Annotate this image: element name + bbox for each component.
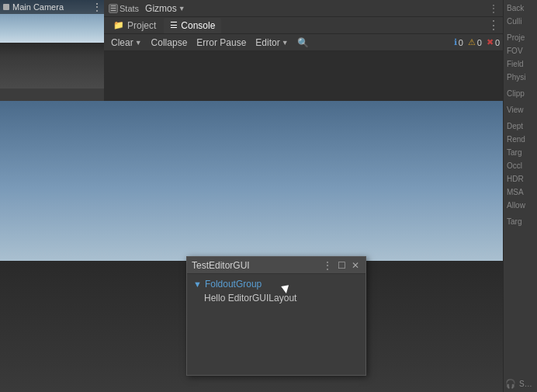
clear-label: Clear xyxy=(111,37,133,48)
gizmos-dropdown[interactable]: Gizmos ▼ xyxy=(145,3,185,14)
stats-bar-more[interactable]: ⋮ xyxy=(489,3,498,14)
stats-toggle-icon: ☰ xyxy=(109,4,118,13)
stats-label: Stats xyxy=(120,4,139,13)
camera-dot-icon xyxy=(3,4,9,10)
right-panel-item-hdr: HDR xyxy=(505,174,535,184)
camera-title: Main Camera xyxy=(12,2,64,12)
right-panel-item-proj: Proje xyxy=(505,33,535,43)
floating-more-button[interactable]: ⋮ xyxy=(322,260,333,271)
right-panel-item-cull: Culli xyxy=(505,16,535,26)
collapse-label: Collapse xyxy=(151,37,188,48)
floating-titlebar: TestEditorGUI ⋮ ☐ ✕ xyxy=(187,257,366,274)
error-count[interactable]: ✖ 0 xyxy=(487,37,500,47)
error-icon: ✖ xyxy=(487,37,494,47)
console-toolbar: Clear ▼ Collapse Error Pause Editor ▼ 🔍 xyxy=(104,34,503,51)
clear-arrow-icon: ▼ xyxy=(135,39,142,47)
right-panel-item-back: Back xyxy=(505,3,535,13)
console-count-area: ℹ 0 ⚠ 0 ✖ 0 xyxy=(454,37,500,47)
warn-count-value: 0 xyxy=(477,38,482,47)
camera-ground xyxy=(0,43,104,88)
right-panel-item-clipp: Clipp xyxy=(505,88,535,99)
right-panel-item-targ: Targ xyxy=(505,147,535,158)
right-panel-item-dept: Dept xyxy=(505,121,535,131)
right-panel-item-rend: Rend xyxy=(505,134,535,144)
info-icon: ℹ xyxy=(454,37,457,47)
right-panel-item-occl: Occl xyxy=(505,161,535,171)
foldout-content: Hello EditorGUILayout xyxy=(193,293,359,304)
stats-toggle[interactable]: ☰ Stats xyxy=(109,4,139,13)
right-panel-item-script: Scrip xyxy=(518,379,535,389)
top-area: Main Camera ⋮ ☰ Stats Gizmos ▼ ⋮ xyxy=(0,0,503,101)
foldout-text: Hello EditorGUILayout xyxy=(204,293,296,304)
floating-window: TestEditorGUI ⋮ ☐ ✕ ▼ FoldoutGroup Hello… xyxy=(186,256,366,376)
foldout-label: FoldoutGroup xyxy=(205,279,262,290)
tab-console-label: Console xyxy=(181,20,215,31)
floating-close-button[interactable]: ✕ xyxy=(350,260,361,271)
editor-arrow-icon: ▼ xyxy=(282,39,289,47)
camera-more-button[interactable]: ⋮ xyxy=(92,2,102,12)
search-icon: 🔍 xyxy=(297,37,309,48)
error-pause-label: Error Pause xyxy=(196,37,246,48)
foldout-header[interactable]: ▼ FoldoutGroup xyxy=(193,279,359,290)
warn-icon: ⚠ xyxy=(468,37,476,47)
right-panel-item-field: Field xyxy=(505,59,535,69)
error-pause-button[interactable]: Error Pause xyxy=(192,36,250,50)
project-icon: 📁 xyxy=(113,20,124,30)
right-panel: Back Culli Proje FOV Field Physi Clipp V… xyxy=(503,0,537,392)
tab-project[interactable]: 📁 Project xyxy=(107,18,162,33)
search-area[interactable]: 🔍 xyxy=(297,37,309,48)
clear-button[interactable]: Clear ▼ xyxy=(107,36,146,50)
tab-project-label: Project xyxy=(127,20,156,31)
gizmos-arrow-icon: ▼ xyxy=(178,5,185,12)
warn-count[interactable]: ⚠ 0 xyxy=(468,37,482,47)
foldout-arrow-icon: ▼ xyxy=(193,279,202,289)
headphones-icon: 🎧 xyxy=(505,379,516,389)
console-icon: ☰ xyxy=(170,20,178,30)
audio-icon: 🎧 Scrip xyxy=(505,379,535,389)
info-count-value: 0 xyxy=(459,38,463,47)
right-panel-item-targ2: Targ xyxy=(505,217,535,227)
console-area: ☰ Stats Gizmos ▼ ⋮ 📁 Project xyxy=(104,0,503,101)
camera-preview: Main Camera ⋮ xyxy=(0,0,104,88)
tab-more-button[interactable]: ⋮ xyxy=(487,19,500,32)
camera-titlebar: Main Camera ⋮ xyxy=(0,0,104,14)
right-panel-item-phys: Physi xyxy=(505,72,535,82)
viewport-area: TestEditorGUI ⋮ ☐ ✕ ▼ FoldoutGroup Hello… xyxy=(0,101,503,392)
root: Main Camera ⋮ ☰ Stats Gizmos ▼ ⋮ xyxy=(0,0,537,392)
console-content xyxy=(104,51,503,101)
tab-bar: 📁 Project ☰ Console ⋮ xyxy=(104,17,503,34)
error-count-value: 0 xyxy=(495,38,500,47)
tab-console[interactable]: ☰ Console xyxy=(164,18,221,33)
right-panel-item-msa: MSA xyxy=(505,187,535,197)
floating-controls: ⋮ ☐ ✕ xyxy=(322,260,361,271)
info-count[interactable]: ℹ 0 xyxy=(454,37,463,47)
editor-dropdown-button[interactable]: Editor ▼ xyxy=(251,36,292,50)
right-panel-item-allow: Allow xyxy=(505,200,535,210)
right-panel-bottom: 🎧 Scrip xyxy=(505,376,535,389)
stats-bar: ☰ Stats Gizmos ▼ ⋮ xyxy=(104,0,503,17)
right-panel-item-fov: FOV xyxy=(505,46,535,56)
editor-label: Editor xyxy=(255,37,279,48)
left-panel: Main Camera ⋮ ☰ Stats Gizmos ▼ ⋮ xyxy=(0,0,503,392)
right-panel-item-view: View xyxy=(505,105,535,115)
floating-maximize-button[interactable]: ☐ xyxy=(336,260,347,271)
floating-body: ▼ FoldoutGroup Hello EditorGUILayout xyxy=(187,274,366,375)
collapse-button[interactable]: Collapse xyxy=(147,36,192,50)
floating-window-title: TestEditorGUI xyxy=(192,260,319,271)
gizmos-label: Gizmos xyxy=(145,3,177,14)
